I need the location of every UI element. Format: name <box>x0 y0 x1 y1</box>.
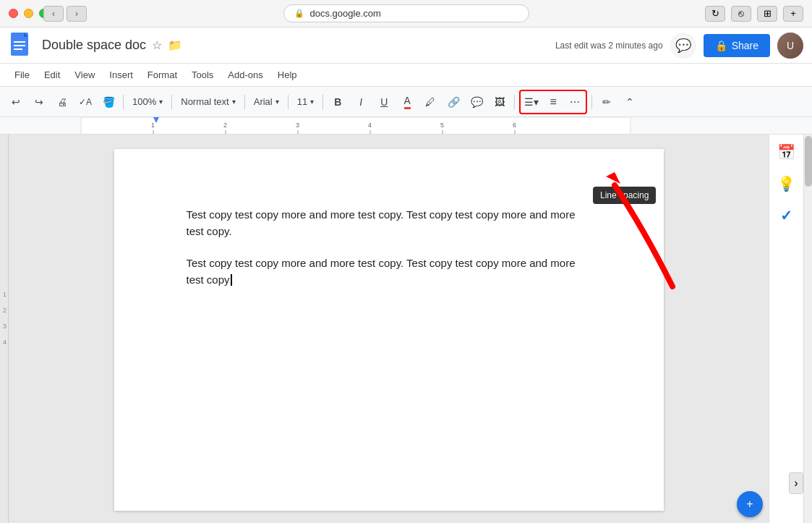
new-tab-button[interactable]: ⊞ <box>757 6 777 22</box>
line-spacing-tooltip: Line spacing <box>593 187 656 204</box>
menu-help[interactable]: Help <box>272 67 303 83</box>
spellcheck-button[interactable]: ✓A <box>75 92 95 112</box>
line-spacing-button[interactable]: ≡ <box>543 92 563 112</box>
svg-text:4: 4 <box>368 122 372 129</box>
font-value: Arial <box>254 96 273 107</box>
back-button[interactable]: ‹ <box>43 6 64 22</box>
ruler-content: 1 2 3 4 5 6 <box>9 117 812 134</box>
calendar-icon[interactable]: 📅 <box>775 140 798 163</box>
menu-view[interactable]: View <box>69 67 101 83</box>
print-button[interactable]: 🖨 <box>52 92 72 112</box>
menu-insert[interactable]: Insert <box>103 67 139 83</box>
doc-title-text[interactable]: Double space doc <box>42 38 146 53</box>
url-text: docs.google.com <box>310 8 381 19</box>
more-options-button[interactable]: ⋯ <box>565 92 585 112</box>
menu-addons[interactable]: Add-ons <box>222 67 268 83</box>
menu-format[interactable]: Format <box>142 67 183 83</box>
style-value: Normal text <box>181 96 228 107</box>
left-gutter: 1 2 3 4 <box>0 135 9 523</box>
font-dropdown[interactable]: Arial ▾ <box>249 94 283 109</box>
comment-button[interactable]: 💬 <box>466 92 487 112</box>
refresh-button[interactable]: ↻ <box>705 6 725 22</box>
link-button[interactable]: 🔗 <box>443 92 463 112</box>
text-color-icon: A <box>404 95 411 109</box>
tasks-icon[interactable]: ✓ <box>775 204 798 227</box>
size-arrow: ▾ <box>310 98 314 106</box>
comments-button[interactable]: 💬 <box>670 33 696 59</box>
divider-2 <box>171 95 172 109</box>
folder-icon[interactable]: 📁 <box>168 38 182 52</box>
star-icon[interactable]: ☆ <box>152 38 162 52</box>
edit-mode-button[interactable]: ✏ <box>597 92 617 112</box>
share-button[interactable]: 🔒 Share <box>704 34 770 57</box>
paragraph-1[interactable]: Test copy test copy more and more test c… <box>187 207 591 239</box>
title-bar: ‹ › 🔒 docs.google.com ↻ ⎋ ⊞ + <box>0 0 812 27</box>
zoom-dropdown[interactable]: 100% ▾ <box>128 94 167 109</box>
zoom-arrow: ▾ <box>159 98 163 106</box>
menu-tools[interactable]: Tools <box>186 67 219 83</box>
menu-edit[interactable]: Edit <box>38 67 66 83</box>
size-value: 11 <box>297 96 307 107</box>
svg-rect-6 <box>81 117 631 134</box>
divider-6 <box>514 95 515 109</box>
underline-button[interactable]: U <box>374 92 394 112</box>
paragraph-2[interactable]: Test copy test copy more and more test c… <box>187 255 591 288</box>
app-logo <box>9 33 35 59</box>
collapse-button[interactable]: ⌃ <box>620 92 640 112</box>
zoom-value: 100% <box>132 96 156 107</box>
divider-5 <box>322 95 323 109</box>
browser-controls: ↻ ⎋ ⊞ + <box>705 6 803 22</box>
style-dropdown[interactable]: Normal text ▾ <box>176 94 239 109</box>
paint-format-button[interactable]: 🪣 <box>98 92 119 112</box>
bottom-bar: + <box>731 485 769 523</box>
ruler: 1 2 3 4 5 6 <box>0 117 812 135</box>
divider-4 <box>288 95 289 109</box>
svg-text:2: 2 <box>223 122 227 129</box>
doc-title: Double space doc ☆ 📁 <box>42 38 548 53</box>
divider-7 <box>591 95 592 109</box>
minimize-button[interactable] <box>24 9 33 18</box>
text-cursor <box>231 274 232 286</box>
share-tab-button[interactable]: ⎋ <box>731 6 751 22</box>
last-edit-text: Last edit was 2 minutes ago <box>555 41 663 51</box>
expand-panel-button[interactable]: › <box>789 472 803 494</box>
svg-rect-2 <box>14 41 25 43</box>
forward-button[interactable]: › <box>67 6 87 22</box>
text-color-button[interactable]: A <box>397 92 417 112</box>
divider-1 <box>123 95 124 109</box>
lock-share-icon: 🔒 <box>715 40 727 51</box>
menu-bar: File Edit View Insert Format Tools Add-o… <box>0 64 812 87</box>
size-dropdown[interactable]: 11 ▾ <box>293 94 318 109</box>
image-button[interactable]: 🖼 <box>490 92 510 112</box>
italic-button[interactable]: I <box>351 92 371 112</box>
document-page: Test copy test copy more and more test c… <box>114 149 664 511</box>
svg-rect-4 <box>14 48 22 50</box>
scrollbar-thumb[interactable] <box>805 136 812 187</box>
font-arrow: ▾ <box>275 98 279 106</box>
bulb-icon[interactable]: 💡 <box>775 172 798 195</box>
svg-text:5: 5 <box>440 122 444 129</box>
highlight-button[interactable]: 🖊 <box>420 92 440 112</box>
toolbar: ↩ ↪ 🖨 ✓A 🪣 100% ▾ Normal text ▾ Arial ▾ … <box>0 87 812 117</box>
close-button[interactable] <box>9 9 18 18</box>
add-tab-button[interactable]: + <box>783 6 803 22</box>
bold-button[interactable]: B <box>328 92 348 112</box>
undo-button[interactable]: ↩ <box>6 92 26 112</box>
divider-3 <box>244 95 245 109</box>
header-right: Last edit was 2 minutes ago 💬 🔒 Share U <box>555 33 803 59</box>
avatar[interactable]: U <box>777 33 803 59</box>
scrollbar[interactable] <box>803 135 812 523</box>
redo-button[interactable]: ↪ <box>29 92 49 112</box>
address-bar[interactable]: 🔒 docs.google.com <box>283 4 529 22</box>
traffic-lights <box>9 9 48 18</box>
menu-file[interactable]: File <box>9 67 35 83</box>
svg-text:3: 3 <box>296 122 299 129</box>
google-sidebar: 📅 💡 ✓ <box>769 135 803 523</box>
highlight-group: ☰▾ ≡ ⋯ <box>519 90 587 114</box>
explore-button[interactable]: + <box>737 491 763 517</box>
style-arrow: ▾ <box>232 98 236 106</box>
bullet-list-button[interactable]: ☰▾ <box>521 92 542 112</box>
svg-text:6: 6 <box>513 122 516 129</box>
nav-buttons: ‹ › <box>43 6 87 22</box>
svg-text:1: 1 <box>151 122 155 129</box>
